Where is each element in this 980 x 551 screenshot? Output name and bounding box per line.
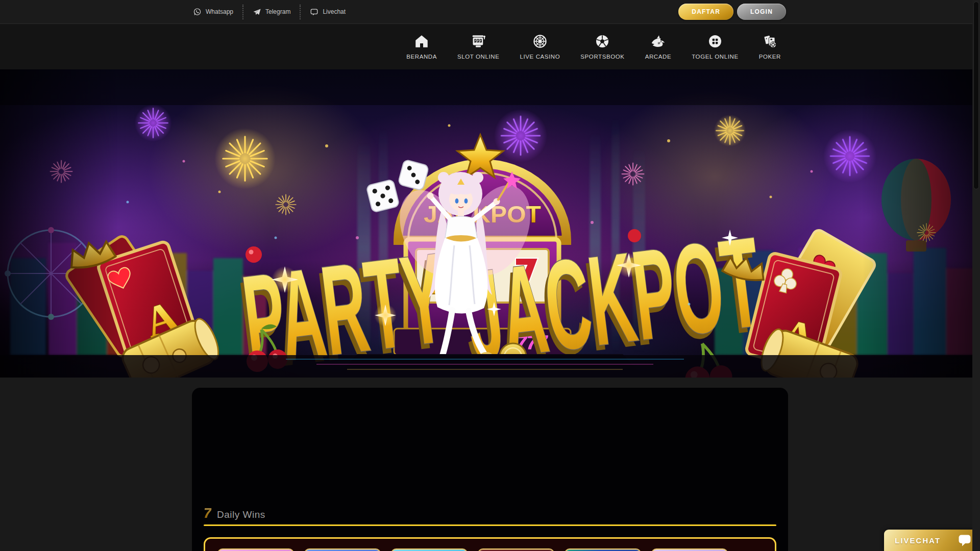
soccer-icon — [595, 34, 610, 49]
nav-item-poker[interactable]: POKER — [759, 34, 781, 60]
daily-wins-cards — [204, 537, 776, 551]
nav-item-beranda[interactable]: BERANDA — [406, 34, 437, 60]
shark-icon — [650, 34, 666, 49]
game-card-1[interactable] — [217, 548, 294, 551]
main-section: 7 Daily Wins — [0, 378, 980, 551]
telegram-icon — [253, 8, 261, 16]
togel-icon — [707, 34, 723, 49]
contact-label: Livechat — [323, 8, 346, 15]
nav-item-togel-online[interactable]: TOGEL ONLINE — [692, 34, 739, 60]
contact-label: Whatsapp — [206, 8, 233, 15]
daily-wins-title: Daily Wins — [217, 509, 265, 520]
livechat-widget[interactable]: LIVECHAT — [884, 530, 979, 551]
contact-link-telegram[interactable]: Telegram — [242, 5, 300, 19]
daftar-button[interactable]: DAFTAR — [678, 4, 733, 20]
slot-icon — [471, 34, 486, 49]
nav-menu: BERANDASLOT ONLINELIVE CASINOSPORTSBOOKA… — [406, 34, 781, 60]
livechat-icon — [310, 8, 318, 16]
topbar: WhatsappTelegramLivechat DAFTAR LOGIN — [0, 0, 980, 24]
main-navbar: BERANDASLOT ONLINELIVE CASINOSPORTSBOOKA… — [0, 24, 980, 69]
contact-label: Telegram — [265, 8, 290, 15]
contact-link-whatsapp[interactable]: Whatsapp — [192, 5, 242, 19]
livechat-label: LIVECHAT — [895, 536, 941, 545]
nav-item-label: LIVE CASINO — [520, 54, 560, 60]
banner-foreground — [0, 69, 980, 378]
game-card-5[interactable] — [565, 548, 641, 551]
poker-icon — [762, 34, 777, 49]
hero-banner-art: JACKPOT 7777 PARTY PARTY JACKPOT JACKPOT — [0, 69, 980, 378]
nav-item-label: BERANDA — [406, 54, 437, 60]
game-card-6[interactable] — [651, 548, 728, 551]
game-card-2[interactable] — [304, 548, 381, 551]
login-button[interactable]: LOGIN — [737, 4, 786, 20]
nav-item-slot-online[interactable]: SLOT ONLINE — [457, 34, 499, 60]
scrollbar-thumb[interactable] — [973, 2, 979, 189]
whatsapp-icon — [193, 8, 202, 16]
content-panel: 7 Daily Wins — [192, 388, 788, 551]
daily-wins-header: 7 Daily Wins — [204, 507, 776, 520]
game-card-4[interactable] — [478, 548, 554, 551]
panel-empty-area — [204, 388, 776, 507]
hero-banner: JACKPOT 7777 PARTY PARTY JACKPOT JACKPOT — [0, 69, 980, 378]
nav-item-label: TOGEL ONLINE — [692, 54, 739, 60]
home-icon — [414, 34, 429, 49]
contact-link-livechat[interactable]: Livechat — [300, 5, 355, 19]
seven-icon: 7 — [204, 507, 211, 520]
roulette-icon — [532, 34, 548, 49]
scrollbar-track[interactable] — [972, 0, 980, 551]
nav-item-label: SPORTSBOOK — [580, 54, 624, 60]
chat-bubble-icon — [958, 534, 971, 546]
nav-item-arcade[interactable]: ARCADE — [645, 34, 672, 60]
game-card-3[interactable] — [391, 548, 468, 551]
nav-item-live-casino[interactable]: LIVE CASINO — [520, 34, 560, 60]
nav-item-label: SLOT ONLINE — [457, 54, 499, 60]
nav-item-label: ARCADE — [645, 54, 672, 60]
nav-item-sportsbook[interactable]: SPORTSBOOK — [580, 34, 624, 60]
contact-links: WhatsappTelegramLivechat — [192, 0, 355, 23]
gold-divider — [204, 524, 776, 526]
nav-item-label: POKER — [759, 54, 781, 60]
auth-buttons: DAFTAR LOGIN — [678, 4, 786, 20]
